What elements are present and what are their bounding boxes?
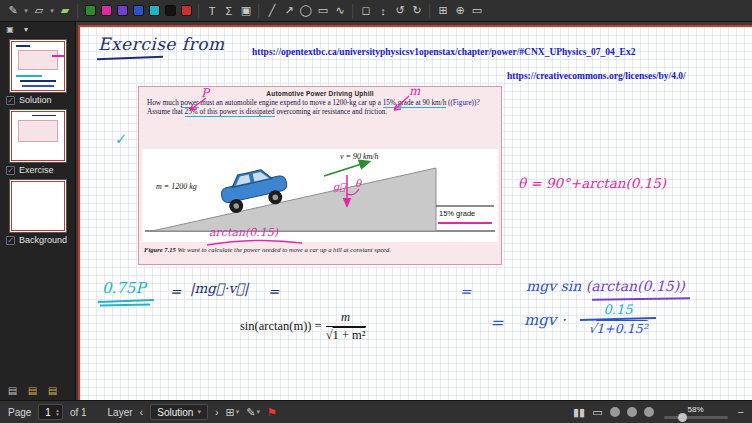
radicand: 1 + m² (333, 328, 366, 342)
fullscreen-button[interactable] (644, 407, 654, 417)
shape-ellipse-icon[interactable]: ◯ (298, 2, 314, 19)
layer-row-background[interactable]: ✓ Background (0, 233, 73, 247)
color-black-swatch[interactable] (165, 5, 176, 16)
color-magenta-swatch[interactable] (101, 5, 112, 16)
layer-name-label: Exercise (19, 165, 54, 175)
previous-layer-button[interactable]: ‹ (140, 406, 144, 418)
layer-label: Layer (108, 407, 133, 418)
layer-select-dropdown[interactable]: Solution ▾ (150, 404, 208, 420)
color-green-swatch[interactable] (85, 5, 96, 16)
figure-illustration: m = 1200 kg v = 90 km/h g⃗ θ 15% grade (142, 149, 498, 242)
toolbar-separator: │ (349, 2, 357, 19)
color-purple-swatch[interactable] (117, 5, 128, 16)
fraction-bar (326, 326, 366, 327)
page-preview-tab-icon[interactable]: ▤ (6, 384, 19, 397)
margin-check-annotation: ✓ (113, 130, 127, 148)
layer-visibility-checkbox[interactable]: ✓ (6, 96, 15, 105)
note-page[interactable]: Exercise from https://opentextbc.ca/univ… (78, 25, 752, 400)
eraser-options-dropdown-icon[interactable]: ▾ (48, 2, 56, 19)
source-url-link[interactable]: https://opentextbc.ca/universityphysicsv… (252, 47, 635, 57)
shape-spline-icon[interactable]: ∿ (332, 2, 348, 19)
presentation-mode-button[interactable]: ▭ (592, 406, 602, 419)
pen-settings-button[interactable]: ✎ ▾ (246, 406, 260, 419)
radicand: 1+0.15² (596, 321, 647, 336)
typeset-identity: sin(arctan(m)) = m √1 + m² (240, 310, 366, 343)
layer-row-solution[interactable]: ✓ Solution (0, 93, 58, 107)
equals-sign: = (460, 283, 471, 299)
zoom-slider[interactable]: 58% (661, 406, 731, 419)
layer-name-label: Background (19, 235, 67, 245)
shape-rectangle-icon[interactable]: ▭ (315, 2, 331, 19)
typeset-lhs: sin(arctan(m)) = (240, 319, 322, 334)
layer-visibility-checkbox[interactable]: ✓ (6, 236, 15, 245)
eraser-tool-icon[interactable]: ▱ (31, 2, 47, 19)
page-label: Page (8, 407, 31, 418)
attachments-tab-icon[interactable]: ▤ (46, 384, 59, 397)
pair-pages-button[interactable]: ▮▮ (573, 406, 585, 419)
undo-icon[interactable]: ↺ (392, 2, 408, 19)
select-rectangle-icon[interactable]: ◻ (358, 2, 374, 19)
shape-arrow-icon[interactable]: ↗ (281, 2, 297, 19)
zoom-slider-track[interactable] (664, 416, 728, 419)
pen-tool-icon[interactable]: ✎ (5, 2, 21, 19)
math-tex-tool-icon[interactable]: Σ (221, 2, 237, 19)
arctan-underline-stroke (592, 297, 690, 301)
problem-text-segment: How much (147, 99, 181, 107)
handwritten-heading: Exercise from (98, 34, 225, 54)
layer-block-solution: ✓ Solution (0, 37, 75, 107)
text-tool-icon[interactable]: T (204, 2, 220, 19)
zoom-slider-knob[interactable] (678, 413, 687, 422)
next-layer-button[interactable]: › (215, 406, 219, 418)
arctan-underline-curve (205, 236, 305, 248)
color-red-swatch[interactable] (181, 5, 192, 16)
license-url-link[interactable]: https://creativecommons.org/licenses/by/… (507, 71, 686, 81)
sidebar-tabs: ▤▤▤ (6, 384, 59, 397)
handwritten-fraction: 0.15 √1+0.15² (574, 302, 662, 336)
problem-text-segment: must an automobile engine expend to move… (199, 99, 383, 107)
zoom-out-button[interactable]: − (738, 406, 744, 418)
page-number-value: 1 (45, 407, 53, 418)
problem-text-segment: (( (446, 99, 453, 107)
layer-visibility-checkbox[interactable]: ✓ (6, 166, 15, 175)
equals-sign: = (268, 283, 279, 299)
redo-icon[interactable]: ↻ (409, 2, 425, 19)
flag-icon[interactable]: ⚑ (267, 406, 277, 419)
color-cyan-swatch[interactable] (149, 5, 160, 16)
layer-select-value: Solution (157, 407, 193, 418)
layer-name-label: Solution (19, 95, 52, 105)
fraction-denominator-note: √1+0.15² (574, 321, 662, 336)
layer-thumbnail-exercise[interactable] (9, 109, 67, 163)
problem-text-segment: Figure (453, 99, 472, 107)
status-bar: Page 1 ▴ ▾ of 1 Layer ‹ Solution ▾ › ⊞ ▾… (0, 400, 752, 423)
zoom-original-button[interactable] (627, 407, 637, 417)
fullscreen-icon[interactable]: ▭ (469, 2, 485, 19)
power-annotation-arrow (183, 96, 209, 114)
layers-tab-icon[interactable]: ▤ (26, 384, 39, 397)
pen-options-dropdown-icon[interactable]: ▾ (22, 2, 30, 19)
layer-thumbnail-solution[interactable] (9, 39, 67, 93)
typeset-fraction: m √1 + m² (326, 310, 366, 343)
shape-line-icon[interactable]: ╱ (264, 2, 280, 19)
image-tool-icon[interactable]: ▣ (238, 2, 254, 19)
g-vector-label: g⃗ (333, 181, 347, 193)
spinner-arrows-icon[interactable]: ▴ ▾ (56, 408, 59, 416)
toolbar-separator: │ (74, 2, 82, 19)
color-blue-swatch[interactable] (133, 5, 144, 16)
rotation-snap-icon[interactable]: ⊕ (452, 2, 468, 19)
toolbar-separator: │ (255, 2, 263, 19)
grid-settings-button[interactable]: ⊞ ▾ (226, 406, 240, 419)
sidebar-panel-icon[interactable]: ▣ (4, 24, 16, 35)
grid-snap-icon[interactable]: ⊞ (435, 2, 451, 19)
highlighter-tool-icon[interactable]: ▰ (57, 2, 73, 19)
vertical-space-tool-icon[interactable]: ↕ (375, 2, 391, 19)
spin-down-icon[interactable]: ▾ (56, 412, 59, 416)
zoom-percent-label: 58% (688, 406, 704, 414)
layer-row-exercise[interactable]: ✓ Exercise (0, 163, 60, 177)
dot-product-term: |mg⃗·v⃗| (190, 280, 249, 296)
zoom-fit-button[interactable] (610, 407, 620, 417)
typeset-denominator: √1 + m² (326, 328, 366, 343)
sidebar-dropdown-icon[interactable]: ▾ (20, 24, 32, 35)
sidebar-header: ▣ ▾ (0, 22, 75, 37)
page-number-spinner[interactable]: 1 ▴ ▾ (38, 404, 63, 420)
layer-thumbnail-background[interactable] (9, 179, 67, 233)
